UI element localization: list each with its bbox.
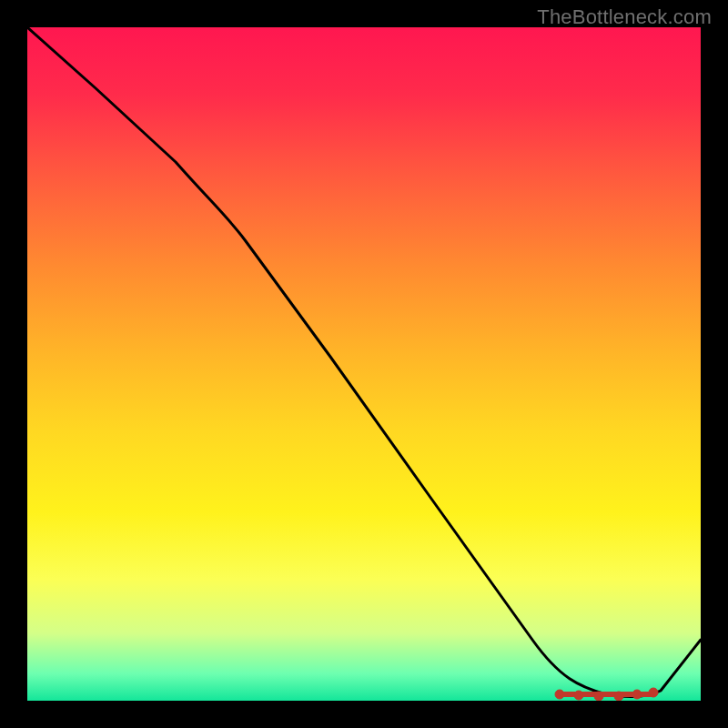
- marker-dot: [555, 690, 564, 699]
- watermark-text: TheBottleneck.com: [537, 5, 712, 29]
- marker-dot: [649, 688, 658, 697]
- chart-frame: TheBottleneck.com: [0, 0, 728, 728]
- marker-cluster: [555, 688, 658, 701]
- bottleneck-curve: [27, 27, 701, 697]
- marker-dot: [614, 692, 623, 701]
- marker-dot: [632, 690, 642, 699]
- marker-dot: [594, 692, 603, 701]
- marker-dot: [574, 691, 583, 700]
- plot-area: [27, 27, 701, 701]
- chart-overlay: [27, 27, 701, 701]
